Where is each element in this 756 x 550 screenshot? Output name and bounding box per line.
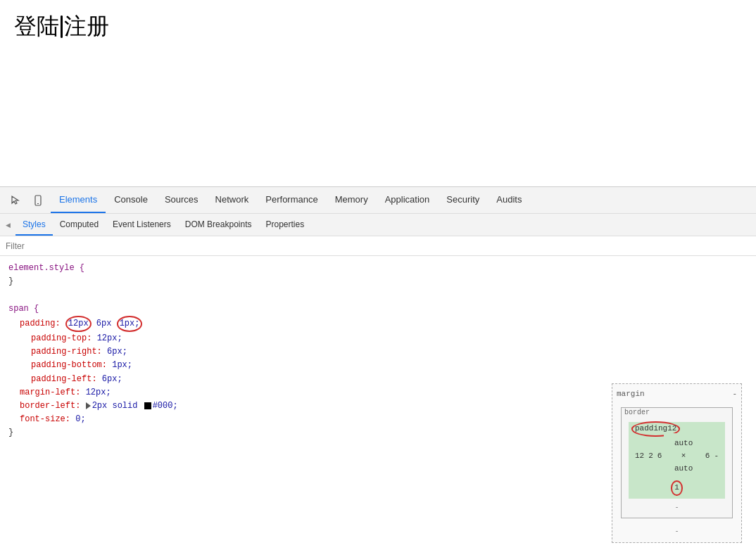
bm-left-padding-6: 6 xyxy=(655,450,664,463)
tab-console[interactable]: Console xyxy=(106,187,156,213)
tab-memory[interactable]: Memory xyxy=(327,187,377,213)
inspect-element-icon[interactable] xyxy=(6,191,25,210)
css-span-selector: span { xyxy=(8,302,748,316)
bm-bottom-circle: 1 xyxy=(671,480,683,496)
sub-tabs: ◀ Styles Computed Event Listeners DOM Br… xyxy=(0,214,756,236)
devtools-panel: Elements Console Sources Network Perform… xyxy=(0,186,756,550)
bm-bottom-num: 1 xyxy=(633,480,721,496)
page-content: 登陆注册 xyxy=(0,0,756,186)
sub-scroll-left-icon[interactable]: ◀ xyxy=(6,222,11,229)
sub-tab-dom-breakpoints[interactable]: DOM Breakpoints xyxy=(178,214,259,236)
tab-performance[interactable]: Performance xyxy=(257,187,326,213)
tab-sources[interactable]: Sources xyxy=(156,187,207,213)
title-part1: 登陆 xyxy=(14,13,59,39)
css-content-area: element.style { } span { padding: 12px 6… xyxy=(0,256,756,550)
bm-border-bottom-dash: - xyxy=(626,501,728,514)
triangle-icon xyxy=(86,402,91,409)
tab-security[interactable]: Security xyxy=(438,187,488,213)
text-cursor xyxy=(61,15,63,38)
sub-tab-properties[interactable]: Properties xyxy=(258,214,311,236)
color-swatch-black[interactable] xyxy=(144,402,151,409)
css-element-style-close: } xyxy=(8,275,748,288)
css-padding-line: padding: 12px 6px 1px; xyxy=(20,316,748,332)
filter-row xyxy=(0,236,756,256)
bm-margin-label: margin xyxy=(617,388,645,401)
bm-content-area: 12 2 6 auto × auto 6 - 1 xyxy=(633,433,721,495)
tab-network[interactable]: Network xyxy=(207,187,258,213)
bm-left-border-2: 2 xyxy=(646,450,655,463)
tab-application[interactable]: Application xyxy=(377,187,439,213)
css-padding-val1-circle: 12px xyxy=(65,316,92,332)
bm-padding-box: padding12 12 2 6 auto × auto 6 - xyxy=(629,422,725,498)
bm-right-dash: - xyxy=(712,450,721,463)
bm-content-row: 12 2 6 auto × auto 6 - xyxy=(633,433,721,479)
device-toolbar-icon[interactable] xyxy=(28,191,48,210)
bm-margin-bottom-dash: - xyxy=(617,525,737,538)
tab-elements[interactable]: Elements xyxy=(51,187,106,213)
bm-right-padding-6: 6 xyxy=(703,450,712,463)
devtools-tabs: Elements Console Sources Network Perform… xyxy=(51,187,530,213)
sub-tab-event-listeners[interactable]: Event Listeners xyxy=(106,214,178,236)
devtools-toolbar: Elements Console Sources Network Perform… xyxy=(0,187,756,214)
bm-content-box: auto × auto xyxy=(664,433,703,479)
css-padding-right-line: padding-right: 6px; xyxy=(31,345,748,359)
css-padding-bottom-line: padding-bottom: 1px; xyxy=(31,359,748,372)
title-part2: 注册 xyxy=(64,13,109,39)
sub-tab-styles[interactable]: Styles xyxy=(15,214,53,236)
css-padding-val3-circle: 1px; xyxy=(117,316,143,332)
css-filter-input[interactable] xyxy=(6,241,146,251)
bm-left-margin-12: 12 xyxy=(633,450,646,463)
bm-border-label: border xyxy=(624,407,650,418)
css-padding-top-line: padding-top: 12px; xyxy=(31,332,748,345)
css-element-style-open: element.style { xyxy=(8,262,748,275)
tab-audits[interactable]: Audits xyxy=(488,187,530,213)
box-model-diagram: margin - border padding12 12 2 6 xyxy=(612,383,742,543)
bm-margin-dash-top: - xyxy=(732,388,737,401)
bm-border-box: border padding12 12 2 6 auto × auto xyxy=(621,407,733,518)
page-title: 登陆注册 xyxy=(14,11,109,42)
sub-tab-computed[interactable]: Computed xyxy=(53,214,106,236)
bm-content-text: auto × auto xyxy=(674,439,693,472)
